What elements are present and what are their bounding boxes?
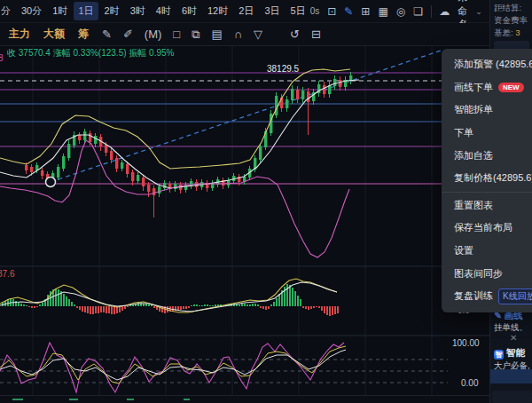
indicator-tab-1[interactable]: 大额	[43, 27, 65, 42]
menu-item-8[interactable]: 保存当前布局	[442, 217, 532, 240]
filter-icon[interactable]: ▽	[254, 28, 262, 40]
bollinger-middle-band	[0, 80, 359, 188]
smart-split-icon: 智	[494, 350, 504, 360]
menu-item-label: 复盘训练	[454, 289, 493, 303]
timeframe-1[interactable]: 30分	[17, 2, 46, 20]
menu-item-7[interactable]: 重置图表	[442, 194, 532, 217]
sidebar-highlight-row[interactable]	[490, 369, 532, 383]
kdj-d-line	[0, 350, 346, 380]
indicator-tab-2[interactable]: 筹	[78, 27, 89, 42]
pattern-m-icon[interactable]: (M)	[145, 28, 162, 40]
chart-context-menu: 添加预警 (42895.6)画线下单NEW智能拆单下单添加自选复制价格(4289…	[442, 49, 532, 312]
kdj-upper-bound-label: 100.00	[452, 339, 480, 348]
timeframe-2[interactable]: 1时	[48, 2, 72, 20]
smart-split-card-title[interactable]: 智 智能	[494, 347, 525, 360]
timeframe-3[interactable]: 1日	[74, 2, 98, 20]
candle-countdown: 0s	[310, 6, 320, 16]
basis-label: 基差:	[494, 28, 513, 37]
menu-item-11[interactable]: 复盘训练K线回放	[442, 285, 532, 308]
funding-rate-label: 资金费率	[494, 15, 528, 27]
time-tick	[12, 399, 23, 400]
draw-icon[interactable]: ✎	[344, 6, 353, 17]
timeframe-toolbar: 分30分1时1日2时3时4时6时12时2日3日5日 0s ⊡✎⊞▦◎❏ ☁ 未命…	[0, 0, 490, 23]
timeframe-5[interactable]: 3时	[126, 2, 150, 20]
brush-icon[interactable]: ✐	[123, 28, 133, 40]
timeframe-0[interactable]: 分	[0, 2, 15, 20]
menu-item-1[interactable]: 画线下单NEW	[442, 76, 532, 99]
time-tick	[69, 399, 78, 400]
menu-item-9[interactable]: 设置	[442, 240, 532, 263]
trendline-drawing[interactable]	[51, 51, 441, 182]
sidebar-card-fragment	[492, 391, 532, 403]
new-badge: NEW	[498, 83, 524, 92]
camera-icon[interactable]: ⊡	[327, 6, 336, 17]
timeframe-9[interactable]: 2日	[234, 2, 258, 20]
history-icon[interactable]: ◎	[396, 6, 405, 17]
annotate-icon[interactable]: ▤	[211, 28, 222, 40]
edit-tool-group: ↺⊟	[290, 28, 332, 40]
add-window-icon[interactable]: ⊞	[361, 6, 370, 17]
menu-item-4[interactable]: 添加自选	[442, 144, 532, 167]
timeframe-6[interactable]: 4时	[152, 2, 176, 20]
menu-item-10[interactable]: 图表间同步	[442, 262, 532, 285]
menu-item-label: 下单	[454, 126, 473, 139]
menu-item-label: 图表间同步	[454, 267, 503, 281]
trendline-anchor-handle[interactable]	[46, 178, 56, 187]
bollinger-lower-band	[0, 140, 349, 257]
fullscreen-icon[interactable]: ❏	[413, 6, 423, 17]
drawing-tool-group: ✎✐(M)□⧉▤∩▽	[102, 28, 274, 40]
top-icon-group: ⊡✎⊞▦◎❏	[327, 6, 423, 17]
drawing-toolbar: 主力大额筹 ✎✐(M)□⧉▤∩▽ ↺⊟	[0, 23, 490, 46]
menu-item-label: 添加自选	[454, 149, 493, 162]
menu-item-label: 复制价格(42895.6)	[454, 171, 532, 185]
restore-icon[interactable]: ↺	[290, 28, 300, 40]
timeframe-8[interactable]: 12时	[203, 2, 232, 20]
shape-icon[interactable]: □	[173, 28, 180, 40]
timeframe-group: 分30分1时1日2时3时4时6时12时2日3日5日	[0, 2, 310, 20]
bollinger-upper-band	[0, 69, 350, 169]
basis-row: 基差: 3	[494, 28, 520, 39]
macd-value-label: 87.6	[0, 270, 14, 279]
kline-replay-badge: K线回放	[498, 288, 532, 304]
kdj-k-line	[0, 346, 346, 383]
time-tick	[127, 399, 134, 400]
menu-item-label: 重置图表	[454, 199, 493, 212]
time-tick	[184, 399, 190, 400]
menu-divider	[442, 192, 532, 193]
ohlc-info-line: 收 37570.4 涨幅 0.33%(123.5) 振幅 0.95%	[7, 49, 174, 58]
image-icon[interactable]: ▦	[378, 6, 387, 17]
menu-item-label: 设置	[454, 244, 473, 257]
timeframe-10[interactable]: 3日	[260, 2, 284, 20]
menu-item-label: 画线下单	[454, 81, 493, 94]
pencil-icon[interactable]: ✎	[102, 28, 112, 40]
copy-icon[interactable]: ⧉	[192, 28, 200, 40]
menu-item-2[interactable]: 智能拆单	[442, 99, 532, 122]
clipped-price-fragment: 8	[0, 54, 4, 63]
candlestick-series	[25, 72, 352, 217]
menu-item-label: 保存当前布局	[454, 221, 512, 234]
menu-item-label: 智能拆单	[454, 103, 493, 116]
timeframe-7[interactable]: 6时	[177, 2, 201, 20]
timeframe-11[interactable]: 5日	[286, 2, 310, 20]
close-icon[interactable]: ✕	[510, 333, 517, 343]
time-axis[interactable]	[0, 395, 490, 403]
menu-item-label: 添加预警 (42895.6)	[454, 58, 532, 71]
chart-canvas[interactable]	[0, 46, 490, 403]
price-level-lines	[0, 73, 490, 184]
cloud-icon[interactable]: ☁	[439, 6, 450, 17]
menu-item-3[interactable]: 下单	[442, 122, 532, 145]
menu-item-0[interactable]: 添加预警 (42895.6)	[442, 53, 532, 76]
indicator-tab-0[interactable]: 主力	[9, 27, 30, 42]
trading-app: { "toolbar_top": { "timeframes": ["分","3…	[0, 0, 532, 403]
timeframe-4[interactable]: 2时	[100, 2, 124, 20]
chevron-down-icon[interactable]: ⌄	[475, 7, 482, 16]
menu-item-5[interactable]: 复制价格(42895.6)	[442, 167, 532, 190]
smart-split-link[interactable]: 智能	[506, 347, 525, 358]
kdj-lower-bound-label: 0.00	[461, 379, 478, 388]
magnet-icon[interactable]: ∩	[234, 28, 242, 40]
vertical-gridlines	[33, 46, 432, 395]
trash-icon[interactable]: ⊟	[311, 28, 321, 40]
indicator-tab-group: 主力大额筹	[9, 27, 102, 42]
basis-value: 3	[515, 28, 520, 37]
price-high-label: 38129.5	[267, 65, 299, 74]
